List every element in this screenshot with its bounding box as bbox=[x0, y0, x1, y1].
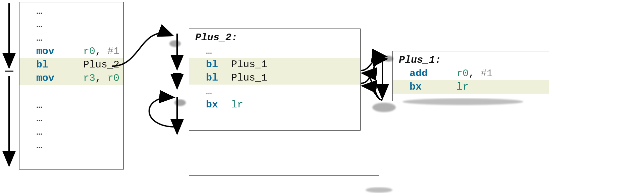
code-line: … bbox=[189, 44, 360, 58]
code-line bbox=[19, 85, 123, 98]
opcode: bl bbox=[206, 59, 231, 70]
code-line: … bbox=[19, 139, 123, 152]
code-line: bxlr bbox=[393, 80, 549, 94]
svg-point-11 bbox=[372, 103, 396, 112]
opcode: bx bbox=[206, 99, 231, 110]
code-line: … bbox=[189, 85, 360, 98]
operand: Plus_2 bbox=[83, 59, 119, 70]
code-line: blPlus_1 bbox=[189, 58, 360, 71]
operand: #1 bbox=[481, 68, 493, 79]
operand: r0 bbox=[83, 46, 95, 57]
code-line: bxlr bbox=[189, 98, 360, 111]
operand: r0 bbox=[107, 73, 119, 84]
plus1-code-box: Plus_1:addr0, #1bxlr bbox=[392, 51, 549, 101]
code-line: blPlus_2 bbox=[19, 58, 123, 71]
plus2.label: Plus_2: bbox=[189, 31, 360, 44]
operand: lr bbox=[457, 81, 469, 93]
svg-point-10 bbox=[383, 56, 393, 62]
plus2-code-box: Plus_2:…blPlus_1blPlus_1…bxlr bbox=[189, 29, 361, 131]
opcode: bl bbox=[36, 59, 83, 70]
code-line: addr0, #1 bbox=[393, 67, 549, 80]
operand: r0 bbox=[457, 68, 469, 79]
code-line: … bbox=[19, 98, 123, 112]
code-line: … bbox=[19, 4, 123, 18]
operand: r3 bbox=[83, 73, 95, 84]
opcode: add bbox=[410, 68, 457, 79]
svg-point-7 bbox=[174, 99, 186, 106]
opcode: mov bbox=[36, 46, 83, 57]
main-code-box: ………movr0, #1blPlus_2movr3, r0………… bbox=[19, 2, 124, 170]
operand: Plus_1 bbox=[231, 59, 267, 70]
opcode: bx bbox=[410, 81, 457, 93]
code-line: … bbox=[19, 125, 123, 139]
code-line: movr3, r0 bbox=[19, 71, 123, 85]
operand: lr bbox=[231, 99, 243, 110]
code-line: … bbox=[19, 31, 123, 45]
partial-box bbox=[189, 175, 379, 193]
code-line: movr0, #1 bbox=[19, 45, 123, 58]
code-line: … bbox=[19, 18, 123, 31]
svg-point-3 bbox=[169, 40, 181, 47]
code-line: … bbox=[19, 112, 123, 125]
operand: Plus_1 bbox=[231, 72, 267, 84]
plus1.label: Plus_1: bbox=[393, 53, 549, 67]
opcode: mov bbox=[36, 73, 83, 84]
code-line: blPlus_1 bbox=[189, 71, 360, 85]
operand: #1 bbox=[107, 46, 119, 57]
opcode: bl bbox=[206, 72, 231, 84]
